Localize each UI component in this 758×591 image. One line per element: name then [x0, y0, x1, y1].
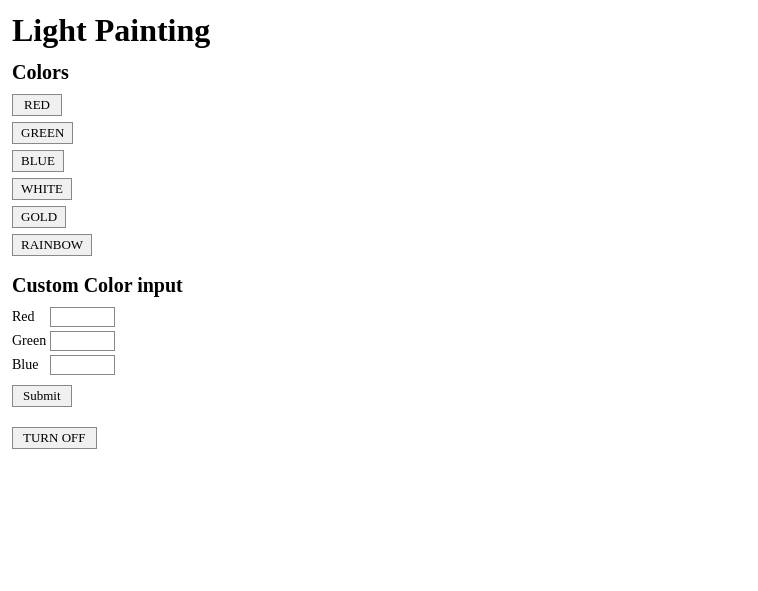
blue-field-row: Blue [12, 355, 746, 375]
blue-button[interactable]: BLUE [12, 150, 64, 172]
green-label: Green [12, 333, 50, 349]
rainbow-button[interactable]: RAINBOW [12, 234, 92, 256]
green-field-row: Green [12, 331, 746, 351]
custom-color-heading: Custom Color input [12, 274, 746, 297]
colors-heading: Colors [12, 61, 746, 84]
submit-button[interactable]: Submit [12, 385, 72, 407]
blue-input[interactable] [50, 355, 115, 375]
custom-color-section: Custom Color input Red Green Blue Submit [12, 274, 746, 407]
red-field-row: Red [12, 307, 746, 327]
red-button[interactable]: RED [12, 94, 62, 116]
page-title: Light Painting [12, 12, 746, 49]
white-button[interactable]: WHITE [12, 178, 72, 200]
red-input[interactable] [50, 307, 115, 327]
colors-section: Colors RED GREEN BLUE WHITE GOLD RAINBOW [12, 61, 746, 256]
green-button[interactable]: GREEN [12, 122, 73, 144]
green-input[interactable] [50, 331, 115, 351]
blue-label: Blue [12, 357, 50, 373]
turnoff-button[interactable]: TURN OFF [12, 427, 97, 449]
gold-button[interactable]: GOLD [12, 206, 66, 228]
red-label: Red [12, 309, 50, 325]
